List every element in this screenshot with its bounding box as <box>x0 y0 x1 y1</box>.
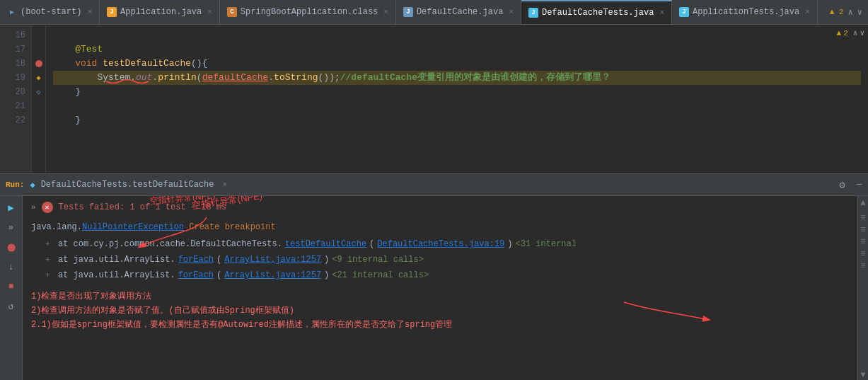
frame3-internal: <21 internal calls> <box>332 268 429 282</box>
frame2-internal: <9 internal calls> <box>332 253 424 267</box>
tab-application-java-close[interactable]: × <box>207 8 212 16</box>
tab-applicationtests-java-close[interactable]: × <box>805 8 810 16</box>
paren-open: (){ <box>191 57 207 71</box>
expand-icon: » <box>8 222 14 233</box>
frame1-expand[interactable]: + <box>45 237 55 251</box>
editor-warning-icon: ▲ <box>837 29 842 38</box>
gutter: ◆ ◇ <box>32 25 46 173</box>
tab-applicationtests-java-label: ApplicationTests.java <box>693 7 799 17</box>
bookmark-icon: ◆ <box>36 74 40 82</box>
scroll-line1-btn[interactable]: ≡ <box>860 213 865 223</box>
tab-applicationtests-java-icon: J <box>679 7 689 17</box>
line-num-17: 17 <box>6 42 25 57</box>
frame1-close: ) <box>507 237 512 251</box>
npe-class-link[interactable]: NullPointerException <box>82 222 184 232</box>
frame2-method[interactable]: forEach <box>178 253 214 267</box>
expand-buttons: » <box>31 203 36 212</box>
frame1-method[interactable]: testDefaultCache <box>285 237 366 251</box>
line-num-21: 21 <box>6 99 25 113</box>
tab-boot-start-label: (boot-start) <box>21 7 81 17</box>
tab-application-java-icon: J <box>107 7 117 17</box>
right-scrollbar-panel: ▲ ≡ ≡ ≡ ≡ ≡ ▼ <box>857 196 868 380</box>
frame2-file-link[interactable]: ArrayList.java:1257 <box>224 253 321 267</box>
play-button[interactable]: ▶ <box>4 200 19 215</box>
code-line-17: @Test <box>53 42 861 57</box>
gutter-22 <box>32 113 45 127</box>
code-line-21 <box>53 99 861 113</box>
tab-defaultcachetests-java-close[interactable]: × <box>659 8 664 17</box>
run-tab-close[interactable]: × <box>222 180 227 189</box>
breakpoint-dot <box>35 60 42 67</box>
tab-springboot-class-close[interactable]: × <box>383 8 388 16</box>
tab-applicationtests-java[interactable]: J ApplicationTests.java × <box>672 0 818 25</box>
gear-icon[interactable]: ⚙ <box>839 179 845 191</box>
expand-all-btn[interactable]: » <box>31 203 36 212</box>
test-failed-message: Tests failed: 1 of 1 test – 18 ms <box>59 202 227 212</box>
code-text[interactable]: @Test void testDefaultCache(){ System.ou… <box>46 25 868 173</box>
stack-frame-2: + at java.util.ArrayList.forEach(ArrayLi… <box>31 253 849 267</box>
test-status-bar: » ✕ Tests failed: 1 of 1 test – 18 ms 空指… <box>31 202 849 213</box>
warning-badge[interactable]: ▲ 2 <box>830 8 844 16</box>
tostring-method: toString <box>274 71 318 85</box>
closing-brace-20: } <box>75 85 81 99</box>
line-num-22: 22 <box>6 113 25 127</box>
tab-boot-start[interactable]: ▶ (boot-start) × <box>0 0 100 25</box>
warning-area: ▲ 2 ∧ ∨ <box>830 7 868 18</box>
scroll-line3-btn[interactable]: ≡ <box>860 237 865 247</box>
scroll-down-btn[interactable]: ▼ <box>860 370 865 380</box>
println-method: println <box>158 71 197 85</box>
gutter-21 <box>32 99 45 113</box>
frame1-paren: ( <box>369 237 374 251</box>
expand-button[interactable]: » <box>4 219 19 235</box>
frame2-expand[interactable]: + <box>45 253 55 267</box>
frame3-close: ) <box>324 268 329 282</box>
info-line-1: 1)检查是否出现了对象调用方法 <box>31 289 849 304</box>
paren2: ( <box>197 71 202 85</box>
scroll-line5-btn[interactable]: ≡ <box>860 261 865 271</box>
gutter-18 <box>32 57 45 71</box>
run-bar-title: DefaultCacheTests.testDefaultCache <box>41 180 214 190</box>
step-button[interactable]: ↓ <box>4 259 19 275</box>
info-line-2: 2)检查调用方法的对象是否赋了值。(自己赋值或由Spring框架赋值) <box>31 304 849 318</box>
debug-dot-button[interactable]: ⬤ <box>4 239 19 255</box>
frame2-prefix: at java.util.ArrayList. <box>58 253 175 267</box>
tab-springboot-class[interactable]: C SpringBootApplication.class × <box>220 0 396 25</box>
code-line-19: System.out.println(defaultCache.toString… <box>53 71 861 85</box>
frame3-prefix: at java.util.ArrayList. <box>58 268 175 282</box>
tab-springboot-class-label: SpringBootApplication.class <box>241 7 378 17</box>
editor-warning-count: 2 <box>843 29 848 38</box>
tab-defaultcache-java-icon: J <box>403 7 413 17</box>
scroll-line4-btn[interactable]: ≡ <box>860 249 865 259</box>
frame3-file-link[interactable]: ArrayList.java:1257 <box>224 268 321 282</box>
minimize-icon[interactable]: − <box>857 179 862 190</box>
tab-defaultcachetests-java[interactable]: J DefaultCacheTests.java × <box>521 0 672 25</box>
stack-frame-1: + at com.cy.pj.common.cache.DefaultCache… <box>31 237 849 251</box>
code-line-18: void testDefaultCache(){ <box>53 57 861 71</box>
rerun-icon: ↺ <box>8 301 14 312</box>
nav-down-btn[interactable]: ∨ <box>857 7 862 18</box>
scroll-line2-btn[interactable]: ≡ <box>860 225 865 235</box>
frame3-method[interactable]: forEach <box>178 268 214 282</box>
frame1-file-link[interactable]: DefaultCacheTests.java:19 <box>377 237 504 251</box>
method-name: testDefaultCache <box>103 57 191 71</box>
editor-warning-down[interactable]: ∨ <box>860 28 864 38</box>
tab-application-java[interactable]: J Application.java × <box>100 0 220 25</box>
output-area: » ✕ Tests failed: 1 of 1 test – 18 ms 空指… <box>23 196 857 380</box>
editor-warning-up[interactable]: ∧ <box>853 28 858 38</box>
bookmark-icon-20: ◇ <box>36 88 40 96</box>
bottom-panel: ▶ » ⬤ ↓ ■ ↺ » ✕ <box>0 196 868 380</box>
out-text: out <box>136 71 152 85</box>
line-numbers: 16 17 18 19 20 21 22 <box>0 25 32 173</box>
tab-defaultcache-java-close[interactable]: × <box>509 8 514 16</box>
tab-springboot-class-icon: C <box>227 7 237 17</box>
nav-up-btn[interactable]: ∧ <box>848 7 853 18</box>
tab-defaultcachetests-java-icon: J <box>528 8 538 18</box>
tab-boot-start-close[interactable]: × <box>87 8 92 16</box>
rerun-button[interactable]: ↺ <box>4 299 19 314</box>
frame3-expand[interactable]: + <box>45 268 55 282</box>
create-breakpoint-btn[interactable]: Create breakpoint <box>189 222 275 232</box>
tab-defaultcache-java[interactable]: J DefaultCache.java × <box>396 0 521 25</box>
line-num-18: 18 <box>6 57 25 71</box>
scroll-up-btn[interactable]: ▲ <box>860 198 865 208</box>
stop-button[interactable]: ■ <box>4 279 19 294</box>
